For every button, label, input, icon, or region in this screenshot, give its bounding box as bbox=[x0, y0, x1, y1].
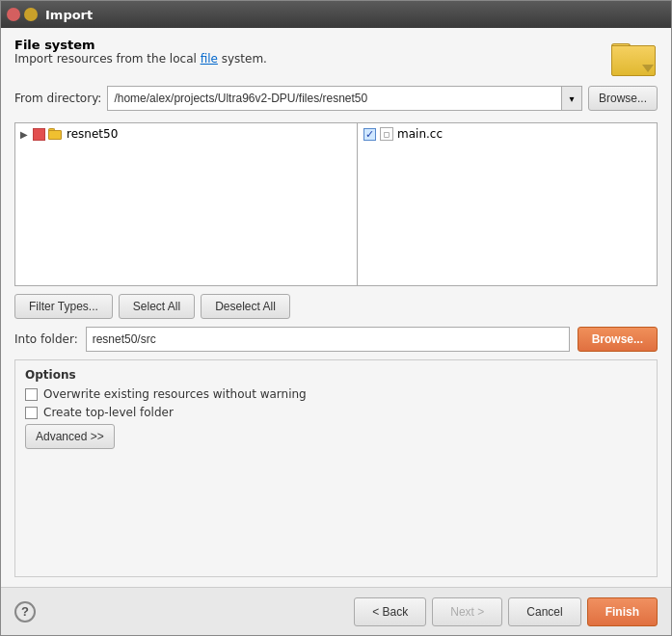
footer-left: ? bbox=[14, 601, 36, 623]
window-title: Import bbox=[45, 8, 93, 22]
tree-item-resnet50[interactable]: ▶ resnet50 bbox=[17, 125, 355, 143]
footer-right: < Back Next > Cancel Finish bbox=[354, 597, 658, 626]
window: Import File system Import resources from… bbox=[0, 0, 672, 636]
action-buttons: Filter Types... Select All Deselect All bbox=[14, 294, 658, 319]
section-title: File system bbox=[14, 38, 267, 52]
options-section: Options Overwrite existing resources wit… bbox=[14, 359, 658, 577]
directory-input[interactable] bbox=[107, 86, 561, 111]
options-title: Options bbox=[25, 368, 647, 382]
into-folder-input[interactable] bbox=[86, 327, 570, 352]
overwrite-label: Overwrite existing resources without war… bbox=[43, 387, 307, 401]
right-pane: ✓ ◻ main.cc bbox=[358, 123, 657, 285]
close-button[interactable] bbox=[7, 8, 20, 21]
browse-folder-button[interactable]: Browse... bbox=[578, 327, 658, 352]
file-panes: ▶ resnet50 ✓ ◻ main.cc bbox=[14, 122, 658, 286]
file-item-maincc[interactable]: ✓ ◻ main.cc bbox=[360, 125, 655, 143]
header-text: File system Import resources from the lo… bbox=[14, 38, 267, 66]
filter-types-button[interactable]: Filter Types... bbox=[14, 294, 113, 319]
deselect-all-button[interactable]: Deselect All bbox=[201, 294, 290, 319]
into-folder-row: Into folder: Browse... bbox=[14, 327, 658, 352]
window-controls bbox=[7, 8, 38, 21]
footer: ? < Back Next > Cancel Finish bbox=[1, 587, 671, 635]
next-button[interactable]: Next > bbox=[432, 597, 502, 626]
minimize-button[interactable] bbox=[24, 8, 38, 21]
folder-icon bbox=[611, 38, 658, 76]
maincc-file-icon: ◻ bbox=[380, 127, 393, 141]
section-description: Import resources from the local file sys… bbox=[14, 52, 267, 66]
browse-directory-button[interactable]: Browse... bbox=[588, 86, 658, 111]
help-button[interactable]: ? bbox=[14, 601, 36, 623]
create-folder-option-row: Create top-level folder bbox=[25, 406, 647, 419]
into-folder-label: Into folder: bbox=[14, 332, 78, 346]
cancel-button[interactable]: Cancel bbox=[508, 597, 580, 626]
finish-button[interactable]: Finish bbox=[587, 597, 658, 626]
from-directory-label: From directory: bbox=[14, 92, 101, 105]
select-all-button[interactable]: Select All bbox=[119, 294, 195, 319]
expand-arrow: ▶ bbox=[20, 129, 30, 140]
create-folder-checkbox[interactable] bbox=[25, 407, 38, 419]
back-button[interactable]: < Back bbox=[354, 597, 426, 626]
overwrite-option-row: Overwrite existing resources without war… bbox=[25, 387, 647, 401]
advanced-button[interactable]: Advanced >> bbox=[25, 424, 115, 449]
left-pane: ▶ resnet50 bbox=[15, 123, 358, 285]
create-folder-label: Create top-level folder bbox=[43, 406, 174, 419]
maincc-label: main.cc bbox=[397, 127, 443, 141]
directory-dropdown[interactable]: ▾ bbox=[561, 86, 582, 111]
main-content: File system Import resources from the lo… bbox=[1, 28, 671, 587]
maincc-checkbox[interactable]: ✓ bbox=[363, 128, 376, 141]
overwrite-checkbox[interactable] bbox=[25, 388, 38, 401]
header-section: File system Import resources from the lo… bbox=[14, 38, 658, 76]
directory-combo: ▾ bbox=[107, 86, 582, 111]
resnet50-checkbox[interactable] bbox=[33, 128, 45, 141]
titlebar: Import bbox=[1, 1, 671, 28]
from-directory-row: From directory: ▾ Browse... bbox=[14, 86, 658, 111]
resnet50-label: resnet50 bbox=[67, 127, 118, 141]
resnet50-folder-icon bbox=[48, 128, 64, 140]
